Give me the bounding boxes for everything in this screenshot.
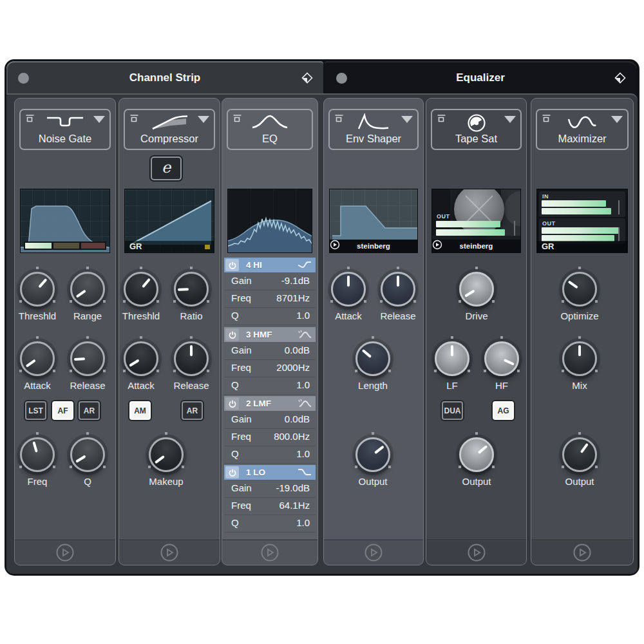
makeup-knob[interactable] xyxy=(149,437,184,472)
low-shelf-icon[interactable] xyxy=(298,468,312,477)
power-icon[interactable] xyxy=(225,328,239,341)
ratio-knob[interactable] xyxy=(174,272,209,307)
side-chain-button[interactable] xyxy=(572,542,592,563)
attack-knob[interactable] xyxy=(331,272,366,307)
noise-gate-selector[interactable]: Noise Gate xyxy=(19,109,111,150)
window-icon xyxy=(25,114,35,123)
side-chain-button[interactable] xyxy=(466,542,487,563)
gain-value[interactable]: -19.0dB xyxy=(276,482,310,493)
in-meter-l xyxy=(542,200,606,207)
drive-knob[interactable] xyxy=(459,272,494,307)
power-icon[interactable] xyxy=(225,259,239,271)
warning-led xyxy=(205,245,210,249)
release-knob[interactable] xyxy=(70,341,105,376)
side-chain-button[interactable] xyxy=(159,542,180,563)
output-meter-r xyxy=(436,229,505,236)
chevron-down-icon[interactable] xyxy=(401,116,413,123)
high-shelf-icon[interactable] xyxy=(298,260,312,269)
output-meter-l xyxy=(436,221,500,227)
window-icon xyxy=(232,114,242,123)
auto-gain-button[interactable]: AG xyxy=(493,401,514,420)
chevron-down-icon[interactable] xyxy=(198,116,209,123)
q-knob[interactable] xyxy=(70,437,105,472)
eq-band-1-header[interactable]: 1 LO xyxy=(224,465,316,480)
side-chain-button[interactable] xyxy=(260,542,280,563)
output-knob[interactable] xyxy=(459,437,494,472)
freq-value[interactable]: 64.1Hz xyxy=(279,500,310,511)
q-value[interactable]: 1.0 xyxy=(296,310,310,321)
q-value[interactable]: 1.0 xyxy=(296,379,310,390)
release-knob[interactable] xyxy=(381,272,415,307)
mix-knob[interactable] xyxy=(562,341,597,376)
threshold-knob[interactable] xyxy=(124,272,158,307)
listen-button[interactable]: LST xyxy=(25,401,46,420)
freq-value[interactable]: 8701Hz xyxy=(276,292,310,303)
q-value[interactable]: 1.0 xyxy=(296,448,310,459)
auto-filter-button[interactable]: AF xyxy=(52,401,73,420)
meter-closed xyxy=(81,243,105,249)
eq-footer xyxy=(222,540,317,565)
edit-button[interactable]: e xyxy=(151,156,182,180)
env-shaper-selector[interactable]: Env Shaper xyxy=(328,109,419,150)
module-compressor: Compressor e GR Threshld Ratio Attack Re… xyxy=(118,98,220,565)
meter-tick xyxy=(618,200,620,214)
tab-led[interactable] xyxy=(18,73,29,84)
noise-gate-footer xyxy=(15,540,115,565)
meter-hold xyxy=(53,243,79,249)
gain-value[interactable]: -9.1dB xyxy=(281,275,310,286)
side-chain-button[interactable] xyxy=(363,542,384,563)
eq-band-1: 1 LO Gain-19.0dB Freq64.1Hz Q1.0 xyxy=(224,465,316,532)
attack-knob[interactable] xyxy=(124,341,158,376)
eq-band-2-header[interactable]: 2 LMF xyxy=(224,396,316,411)
q-value[interactable]: 1.0 xyxy=(296,517,310,528)
chevron-down-icon[interactable] xyxy=(611,116,623,123)
noise-gate-meters xyxy=(24,242,106,250)
output-knob[interactable] xyxy=(355,437,390,472)
diamond-icon[interactable] xyxy=(301,72,313,84)
tape-sat-selector[interactable]: Tape Sat xyxy=(431,109,522,150)
auto-release-button[interactable]: AR xyxy=(182,401,203,420)
power-icon[interactable] xyxy=(225,466,239,478)
compressor-selector[interactable]: Compressor xyxy=(124,109,215,150)
tab-led[interactable] xyxy=(336,73,347,84)
eq-band-2: 2 LMF Gain0.0dB Freq800.0Hz Q1.0 xyxy=(224,396,316,463)
sine-wave-icon xyxy=(566,113,598,131)
threshold-knob[interactable] xyxy=(20,272,55,307)
chevron-down-icon[interactable] xyxy=(93,116,105,123)
gain-value[interactable]: 0.0dB xyxy=(285,413,310,424)
length-knob[interactable] xyxy=(355,341,390,376)
output-knob[interactable] xyxy=(562,437,597,472)
peak-filter-icon[interactable] xyxy=(298,330,312,339)
gain-value[interactable]: 0.0dB xyxy=(285,345,310,355)
range-knob[interactable] xyxy=(70,272,105,307)
lf-knob[interactable] xyxy=(435,341,469,376)
attack-knob[interactable] xyxy=(20,341,55,376)
diamond-icon[interactable] xyxy=(614,72,626,84)
hf-knob[interactable] xyxy=(484,341,519,376)
tab-equalizer[interactable]: Equalizer xyxy=(325,61,636,95)
peak-filter-icon[interactable] xyxy=(298,399,312,408)
eq-band-3-header[interactable]: 3 HMF xyxy=(224,327,316,342)
tab-channel-strip[interactable]: Channel Strip xyxy=(6,61,323,95)
freq-value[interactable]: 800.0Hz xyxy=(274,431,310,442)
window-icon xyxy=(542,114,551,123)
power-icon[interactable] xyxy=(225,397,239,410)
freq-value[interactable]: 2000Hz xyxy=(276,362,310,373)
side-chain-button[interactable] xyxy=(55,542,75,563)
auto-release-button[interactable]: AR xyxy=(79,401,100,420)
dual-mode-button[interactable]: DUA xyxy=(442,401,463,420)
release-knob[interactable] xyxy=(174,341,209,376)
auto-makeup-button[interactable]: AM xyxy=(129,401,151,420)
meter-tick xyxy=(618,227,620,242)
freq-knob[interactable] xyxy=(20,437,55,472)
eq-selector[interactable]: EQ xyxy=(227,109,313,150)
maximizer-selector[interactable]: Maximizer xyxy=(536,109,629,150)
out-meter-l xyxy=(542,227,620,234)
tape-sat-display: OUT steinberg xyxy=(431,189,521,253)
chevron-down-icon[interactable] xyxy=(504,116,516,123)
gain-reduction-label: GR xyxy=(125,241,214,252)
eq-band-4-header[interactable]: 4 HI xyxy=(224,258,316,272)
optimize-knob[interactable] xyxy=(562,272,597,307)
eq-display[interactable] xyxy=(227,189,312,253)
strip-content: Noise Gate Threshld Range Attack Release… xyxy=(6,93,638,574)
